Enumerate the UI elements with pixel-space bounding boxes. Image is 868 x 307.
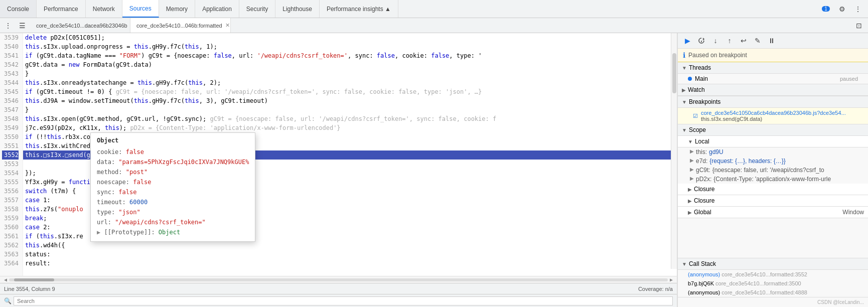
file-tab-right-actions: ⊡ <box>850 20 868 32</box>
breakpoint-code: this.sI3x.send(gC9t.data) <box>701 116 846 122</box>
scope-item-gc9t[interactable]: ▶ gC9t: {noescape: false, url: '/weapi/c… <box>678 166 868 175</box>
notification-badge: 1 <box>822 6 830 12</box>
call-stack-section: ▼ Call Stack (anonymous) core_dce3e54c10… <box>678 258 868 297</box>
code-line: this.sI3x.upload.onprogress = this.gH9y.… <box>23 42 677 51</box>
scope-global-value: Window <box>842 209 864 216</box>
info-icon: ℹ <box>683 51 685 59</box>
footer-text: CSDN @IceLandin... <box>817 299 864 305</box>
tooltip-row: timeout: 60000 <box>97 197 249 207</box>
paused-label: Paused on breakpoint <box>688 52 747 59</box>
scope-closure1-label: Closure <box>694 186 714 193</box>
call-stack-item-2[interactable]: (anonymous) core_dce3e54c10...formatted:… <box>678 288 868 297</box>
tab-lighthouse[interactable]: Lighthouse <box>275 0 320 18</box>
close-tab-icon[interactable]: ✕ <box>225 22 230 29</box>
scrollbar-track[interactable] <box>9 278 668 281</box>
code-line: this.dJ9A = window.setTimeout(this.gH9y.… <box>23 96 677 105</box>
threads-label: Threads <box>689 64 711 71</box>
tooltip-row: cookie: false <box>97 147 249 157</box>
code-line: } <box>23 105 677 114</box>
split-panel-icon[interactable]: ⊡ <box>853 20 865 32</box>
thread-status: paused <box>840 76 858 82</box>
call-stack-label: Call Stack <box>689 260 716 267</box>
search-input[interactable] <box>14 296 673 305</box>
breakpoint-file: core_dce3e54c1050ca6cb4dacea96b23046b.js… <box>701 110 846 116</box>
badge-button[interactable]: 1 <box>820 3 832 15</box>
tab-security[interactable]: Security <box>239 0 275 18</box>
scrollbar-thumb[interactable] <box>14 278 54 281</box>
watch-header[interactable]: ▶ Watch <box>678 84 868 96</box>
top-tab-actions: 1 ⚙ ⋮ <box>816 3 868 15</box>
tooltip-row: data: "params=5PhXzgFscJqi0cIXVa7JNQ9kGU… <box>97 157 249 167</box>
cs-name-2: (anonymous) <box>688 289 720 295</box>
scope-item-e7d[interactable]: ▶ e7d: {request: {…}, headers: {…}} <box>678 157 868 166</box>
panel-menu-icon[interactable]: ⋮ <box>2 20 14 32</box>
scope-item-pd2x[interactable]: ▶ pD2x: {Content-Type: 'application/x-ww… <box>678 175 868 184</box>
main-layout: 3539 3540 3541 3542 3543 3544 3545 3546 … <box>0 33 868 307</box>
scope-local-header[interactable]: ▼ Local <box>678 136 868 147</box>
scope-closure2-label: Closure <box>694 197 714 204</box>
footer: CSDN @IceLandin... <box>678 297 868 307</box>
file-tab-formatted[interactable]: core_dce3e54c10...046b:formatted ✕ <box>130 18 231 33</box>
call-stack-header[interactable]: ▼ Call Stack <box>678 258 868 270</box>
object-tooltip: Object cookie: false data: "params=5PhXz… <box>90 132 255 242</box>
threads-header[interactable]: ▼ Threads <box>678 62 868 74</box>
tab-console[interactable]: Console <box>0 0 37 18</box>
resume-button[interactable]: ▶ <box>682 35 693 46</box>
scrollbar-thumb-vertical <box>672 53 676 93</box>
scope-closure1-header[interactable]: ▶ Closure <box>678 184 868 195</box>
scope-local-chevron: ▼ <box>688 139 693 144</box>
scroll-left-icon[interactable]: ◀ <box>2 277 9 282</box>
tooltip-row: sync: false <box>97 187 249 197</box>
tooltip-row: url: "/weapi/cdns?csrf_token=" <box>97 217 249 227</box>
call-stack-item-0[interactable]: (anonymous) core_dce3e54c10...formatted:… <box>678 270 868 279</box>
debug-toolbar: ▶ ↓ ↑ ↩ ✎ ⏸ <box>678 33 868 49</box>
tab-performance[interactable]: Performance <box>37 0 86 18</box>
scope-closure2-chevron: ▶ <box>688 198 692 204</box>
step-out-button[interactable]: ↑ <box>724 35 735 46</box>
breakpoints-label: Breakpoints <box>689 98 720 105</box>
cs-name-1: b7g.bjQ6K <box>688 280 714 286</box>
tab-application[interactable]: Application <box>195 0 239 18</box>
horizontal-scrollbar[interactable]: ◀ ▶ <box>0 276 677 283</box>
tab-memory[interactable]: Memory <box>159 0 195 18</box>
code-line: j7c.eS9J(pD2x, cK11x, this); pD2x = {Con… <box>23 123 677 132</box>
right-panel: ▶ ↓ ↑ ↩ ✎ ⏸ ℹ Paused on breakpoint ▼ Thr… <box>677 33 868 307</box>
tab-network[interactable]: Network <box>86 0 122 18</box>
tooltip-title: Object <box>97 137 249 144</box>
file-tab-minified[interactable]: core_dce3e54c10...dacea96b23046b <box>30 18 130 33</box>
scope-closure2-header[interactable]: ▶ Closure <box>678 195 868 207</box>
scope-global-header[interactable]: ▶ Global Window <box>678 207 868 218</box>
tab-sources[interactable]: Sources <box>122 0 159 18</box>
scope-section: ▼ Scope ▼ Local ▶ this: gd9U ▶ e7d: {req… <box>678 124 868 258</box>
step-over-button[interactable] <box>696 35 707 46</box>
code-line: if (gC9t.timeout != 0) { gC9t = {noescap… <box>23 87 677 96</box>
thread-name: Main <box>695 75 708 82</box>
breakpoints-header[interactable]: ▼ Breakpoints <box>678 96 868 108</box>
call-stack-item-1[interactable]: b7g.bjQ6K core_dce3e54c10...formatted:35… <box>678 279 868 288</box>
tooltip-row: type: "json" <box>97 207 249 217</box>
top-tab-bar: Console Performance Network Sources Memo… <box>0 0 868 18</box>
panel-toggle-icon[interactable]: ☰ <box>16 20 28 32</box>
breakpoint-checkbox[interactable]: ☑ <box>693 113 698 119</box>
settings-button[interactable]: ⚙ <box>836 3 848 15</box>
paused-banner: ℹ Paused on breakpoint <box>678 49 868 62</box>
scroll-right-icon[interactable]: ▶ <box>668 277 675 282</box>
code-line: delete pD2x[C051C051]; <box>23 33 677 42</box>
tab-perf-insights[interactable]: Performance insights ▲ <box>320 0 398 18</box>
more-button[interactable]: ⋮ <box>852 3 864 15</box>
step-button[interactable]: ↩ <box>738 35 749 46</box>
line-column-status: Line 3554, Column 9 <box>4 286 55 292</box>
scope-item-this[interactable]: ▶ this: gd9U <box>678 147 868 157</box>
scope-header[interactable]: ▼ Scope <box>678 124 868 136</box>
scope-global-chevron: ▶ <box>688 210 692 215</box>
vertical-scrollbar[interactable] <box>671 33 677 269</box>
code-line: } <box>23 69 677 78</box>
thread-main: Main paused <box>678 74 868 84</box>
watch-section: ▶ Watch <box>678 84 868 96</box>
deactivate-breakpoints-button[interactable]: ✎ <box>752 35 763 46</box>
pause-on-exceptions-button[interactable]: ⏸ <box>766 35 777 46</box>
step-into-button[interactable]: ↓ <box>710 35 721 46</box>
scope-label: Scope <box>689 126 706 133</box>
tooltip-row: method: "post" <box>97 167 249 177</box>
code-area[interactable]: 3539 3540 3541 3542 3543 3544 3545 3546 … <box>0 33 677 276</box>
